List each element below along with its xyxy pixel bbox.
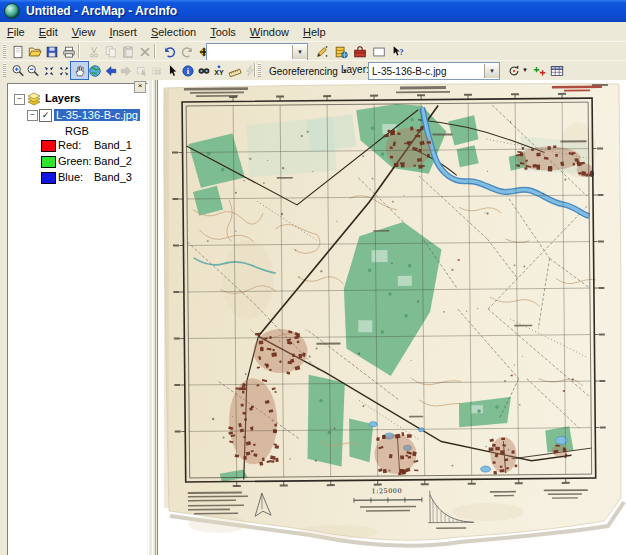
layer-visibility-checkbox[interactable]: ✓	[39, 109, 52, 122]
print-icon	[62, 45, 76, 59]
menu-view[interactable]: View	[65, 23, 103, 40]
map-scale-combo[interactable]: ▼	[206, 43, 308, 61]
fixed-zoom-out-icon	[57, 64, 71, 78]
svg-text:?: ?	[399, 47, 403, 57]
layer-expander[interactable]: −	[27, 110, 38, 121]
menu-file[interactable]: File	[0, 23, 32, 40]
command-line-button[interactable]	[369, 42, 388, 61]
georeferencing-layer-value: L-35-136-B-c.jpg	[369, 66, 484, 77]
new-document-icon	[11, 45, 25, 59]
title-bar[interactable]: Untitled - ArcMap - ArcInfo	[0, 0, 626, 22]
toolbar-grip[interactable]	[3, 44, 6, 58]
tools-georeferencing-toolbar: iXYGeoreferencing▼Layer:L-35-136-B-c.jpg…	[0, 60, 626, 81]
document-area: − Layers − ✓ L-35-136-B-c.jpg RGB Red: B…	[0, 80, 626, 555]
editor-toolbar-icon	[315, 45, 329, 59]
delete-button[interactable]	[135, 42, 154, 61]
delete-icon	[138, 45, 152, 59]
table-of-contents: − Layers − ✓ L-35-136-B-c.jpg RGB Red: B…	[7, 83, 148, 555]
toolbar-separator	[254, 63, 256, 77]
save-icon	[45, 45, 59, 59]
cut-icon	[87, 45, 101, 59]
view-link-table-button[interactable]	[547, 61, 566, 80]
hyperlink-button[interactable]	[241, 61, 260, 80]
identify-icon: i	[181, 64, 195, 78]
green-band-swatch[interactable]	[41, 156, 56, 168]
editor-toolbar-button[interactable]	[312, 42, 331, 61]
map-canvas[interactable]: 1:25000	[157, 80, 626, 555]
view-link-table-icon	[550, 64, 564, 78]
back-extent-icon	[104, 64, 118, 78]
menu-insert[interactable]: Insert	[102, 23, 144, 40]
arccatalog-icon	[334, 45, 348, 59]
window-title: Untitled - ArcMap - ArcInfo	[26, 4, 177, 18]
map-scale-text: 1:25000	[372, 487, 403, 495]
rotate-dropdown-caret-icon[interactable]: ▼	[522, 67, 528, 73]
toc-root-label[interactable]: Layers	[45, 92, 80, 104]
standard-toolbar: ▼?	[0, 41, 626, 62]
copy-icon	[104, 45, 118, 59]
blue-band-channel: Blue:	[58, 171, 83, 183]
redo-icon	[180, 45, 194, 59]
arctoolbox-button[interactable]	[350, 42, 369, 61]
select-elements-icon	[166, 64, 180, 78]
open-icon	[28, 45, 42, 59]
combo-dropdown-arrow-icon[interactable]: ▼	[292, 45, 307, 59]
green-band-name: Band_2	[94, 155, 132, 167]
measure-icon	[228, 64, 242, 78]
rotate-button[interactable]	[504, 61, 523, 80]
arccatalog-button[interactable]	[331, 42, 350, 61]
toc-close-button[interactable]: ×	[134, 81, 146, 93]
command-line-icon	[372, 45, 386, 59]
toolbar-grip[interactable]	[3, 63, 6, 77]
red-band-name: Band_1	[94, 139, 132, 151]
forward-extent-icon	[119, 64, 133, 78]
zoom-out-icon	[26, 64, 40, 78]
full-extent-icon	[88, 64, 102, 78]
splitter-ridge	[152, 80, 156, 555]
layer-combo-label: Layer:	[341, 64, 369, 75]
layer-name[interactable]: L-35-136-B-c.jpg	[54, 109, 140, 121]
blue-band-name: Band_3	[94, 171, 132, 183]
paste-icon	[121, 45, 135, 59]
whats-this-icon: ?	[391, 45, 405, 59]
fixed-zoom-in-icon	[42, 64, 56, 78]
arcmap-app-icon	[4, 3, 20, 19]
red-band-swatch[interactable]	[41, 140, 56, 152]
layers-expander[interactable]: −	[14, 94, 25, 105]
menu-tools[interactable]: Tools	[203, 23, 243, 40]
blue-band-swatch[interactable]	[41, 172, 56, 184]
select-features-icon	[135, 64, 149, 78]
whats-this-button[interactable]: ?	[388, 42, 407, 61]
rotate-icon	[507, 64, 521, 78]
menu-window[interactable]: Window	[243, 23, 296, 40]
menu-edit[interactable]: Edit	[32, 23, 65, 40]
red-band-channel: Red:	[58, 139, 81, 151]
print-button[interactable]	[59, 42, 78, 61]
toolbar-separator	[154, 44, 156, 58]
menu-selection[interactable]: Selection	[144, 23, 203, 40]
undo-icon	[163, 45, 177, 59]
arctoolbox-icon	[353, 45, 367, 59]
georeferenced-raster-map: 1:25000	[158, 80, 626, 555]
arcmap-window: Untitled - ArcMap - ArcInfo FileEditView…	[0, 0, 626, 555]
combo-dropdown-arrow-icon[interactable]: ▼	[484, 64, 499, 78]
green-band-channel: Green:	[58, 155, 92, 167]
pan-icon	[73, 64, 87, 78]
map-scale-input[interactable]	[210, 46, 292, 59]
menu-bar: FileEditViewInsertSelectionToolsWindowHe…	[0, 22, 626, 42]
menu-help[interactable]: Help	[296, 23, 333, 40]
svg-text:XY: XY	[214, 69, 224, 76]
clear-selection-icon	[150, 64, 164, 78]
find-icon	[197, 64, 211, 78]
zoom-in-icon	[11, 64, 25, 78]
georeferencing-menu-button[interactable]: Georeferencing▼	[264, 62, 353, 80]
layers-icon	[26, 92, 42, 110]
composite-label: RGB	[65, 125, 89, 137]
add-control-points-icon	[533, 64, 547, 78]
toolbar-separator	[78, 44, 80, 58]
georeferencing-layer-combo[interactable]: L-35-136-B-c.jpg▼	[368, 62, 500, 80]
toolbar-grip[interactable]	[258, 63, 261, 77]
go-to-xy-icon: XY	[212, 64, 226, 78]
